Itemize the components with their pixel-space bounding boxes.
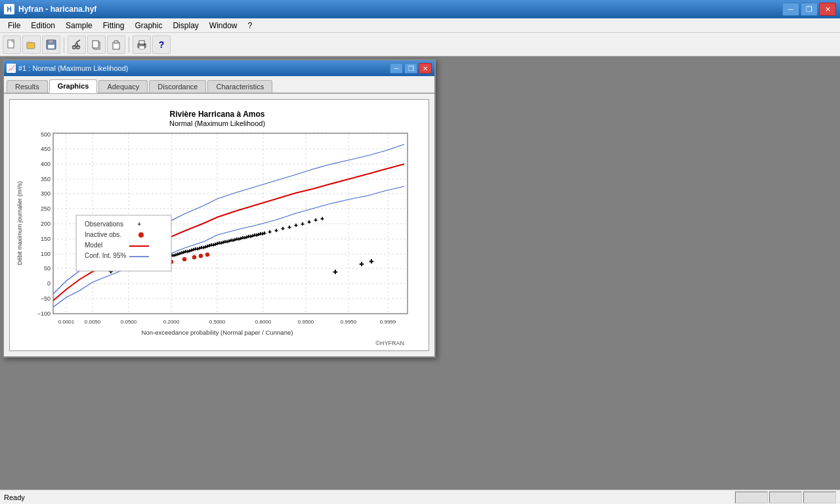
svg-point-120 — [192, 255, 196, 259]
y-label-400: 400 — [41, 161, 51, 167]
svg-text:+: + — [288, 224, 291, 230]
svg-rect-5 — [48, 45, 54, 49]
sub-restore-button[interactable]: ❐ — [404, 63, 417, 74]
svg-text:+: + — [268, 229, 272, 235]
legend-inactive-label: Inactive obs. — [85, 231, 121, 238]
app-icon: H — [4, 4, 14, 14]
svg-text:+: + — [301, 221, 304, 227]
status-panel-2 — [769, 492, 802, 503]
y-label-500: 500 — [41, 131, 51, 138]
close-button[interactable]: ✕ — [819, 3, 836, 16]
legend-model-label: Model — [85, 242, 102, 249]
svg-rect-14 — [114, 41, 118, 43]
new-button[interactable] — [3, 35, 21, 54]
menu-edition[interactable]: Edition — [26, 18, 60, 32]
sub-window: 📈 #1 : Normal (Maximum Likelihood) ─ ❐ ✕… — [3, 59, 436, 358]
y-label-0: 0 — [47, 280, 51, 287]
svg-rect-17 — [139, 46, 144, 49]
x-label-005: 0.0050 — [85, 319, 101, 325]
title-bar: H Hyfran - haricana.hyf ─ ❐ ✕ — [0, 0, 840, 18]
status-bar: Ready — [0, 490, 840, 504]
status-panel-1 — [735, 492, 768, 503]
chart-box: Rivière Harricana à Amos Normal (Maximum… — [9, 99, 429, 351]
menu-bar: File Edition Sample Fitting Graphic Disp… — [0, 18, 840, 33]
tab-characteristics[interactable]: Characteristics — [207, 80, 272, 93]
y-label-300: 300 — [41, 190, 51, 197]
svg-rect-12 — [93, 41, 98, 48]
tab-discordance[interactable]: Discordance — [149, 80, 206, 93]
menu-fitting[interactable]: Fitting — [98, 18, 130, 32]
svg-rect-16 — [139, 41, 144, 44]
y-label-450: 450 — [41, 146, 51, 152]
paste-button[interactable] — [107, 35, 125, 54]
cut-button[interactable] — [68, 35, 86, 54]
y-label-minus100: −100 — [37, 310, 51, 317]
x-label-8: 0.8000 — [255, 319, 272, 325]
main-chart: Rivière Harricana à Amos Normal (Maximum… — [14, 104, 421, 346]
sub-minimize-button[interactable]: ─ — [390, 63, 403, 74]
svg-text:+: + — [314, 217, 318, 223]
sub-title-controls: ─ ❐ ✕ — [390, 63, 432, 74]
menu-display[interactable]: Display — [167, 18, 203, 32]
menu-file[interactable]: File — [3, 18, 26, 32]
legend-conf-label: Conf. Int. 95% — [85, 252, 126, 259]
restore-button[interactable]: ❐ — [801, 3, 818, 16]
x-label-95: 0.9500 — [298, 319, 314, 325]
status-panel-3 — [803, 492, 836, 503]
copyright: ©HYFRAN — [375, 340, 404, 346]
sub-close-button[interactable]: ✕ — [419, 63, 432, 74]
sub-window-title: #1 : Normal (Maximum Likelihood) — [18, 64, 129, 72]
menu-window[interactable]: Window — [204, 18, 243, 32]
x-label-9999: 0.9999 — [380, 319, 396, 325]
svg-text:+: + — [282, 226, 285, 232]
x-label-995: 0.9950 — [341, 319, 357, 325]
svg-rect-1 — [27, 43, 35, 49]
legend-obs-symbol: + — [137, 220, 141, 228]
svg-point-121 — [199, 254, 203, 258]
print-button[interactable] — [133, 35, 151, 54]
toolbar: ? — [0, 33, 840, 56]
svg-text:+: + — [275, 228, 278, 234]
open-button[interactable] — [22, 35, 41, 54]
tab-adequacy[interactable]: Adequacy — [98, 80, 148, 93]
main-area: 📈 #1 : Normal (Maximum Likelihood) ─ ❐ ✕… — [0, 56, 840, 504]
toolbar-separator-1 — [64, 37, 64, 52]
help-button[interactable]: ? — [152, 35, 171, 54]
chart-title-2: Normal (Maximum Likelihood) — [169, 119, 265, 127]
save-button[interactable] — [42, 35, 60, 54]
title-bar-left: H Hyfran - haricana.hyf — [4, 4, 96, 14]
svg-line-10 — [77, 40, 80, 42]
svg-point-18 — [144, 44, 145, 45]
svg-point-119 — [182, 257, 186, 261]
svg-text:+: + — [295, 222, 298, 228]
title-bar-controls: ─ ❐ ✕ — [782, 3, 836, 16]
y-label-200: 200 — [41, 220, 51, 227]
minimize-button[interactable]: ─ — [782, 3, 799, 16]
tabs-bar: Results Graphics Adequacy Discordance Ch… — [4, 76, 434, 94]
y-label-minus50: −50 — [41, 295, 51, 302]
svg-text:+: + — [369, 257, 373, 265]
y-label-150: 150 — [41, 236, 51, 242]
x-label-2: 0.2000 — [163, 319, 180, 325]
sub-window-title-bar: 📈 #1 : Normal (Maximum Likelihood) ─ ❐ ✕ — [4, 60, 434, 76]
status-text: Ready — [4, 494, 25, 501]
y-label-250: 250 — [41, 205, 51, 212]
tab-results[interactable]: Results — [7, 80, 48, 93]
y-label-350: 350 — [41, 176, 51, 182]
app-title: Hyfran - haricana.hyf — [18, 5, 96, 14]
legend-inactive-symbol — [138, 232, 144, 238]
tab-graphics[interactable]: Graphics — [49, 79, 98, 93]
legend-obs-label: Observations — [85, 220, 123, 228]
svg-text:+: + — [360, 260, 364, 268]
menu-help[interactable]: ? — [243, 18, 258, 32]
svg-rect-2 — [27, 42, 31, 43]
toolbar-separator-2 — [129, 37, 129, 52]
chart-container: Rivière Harricana à Amos Normal (Maximum… — [4, 94, 434, 356]
svg-text:+: + — [263, 230, 266, 236]
status-panels — [735, 492, 836, 503]
copy-button[interactable] — [87, 35, 106, 54]
menu-sample[interactable]: Sample — [60, 18, 98, 32]
menu-graphic[interactable]: Graphic — [129, 18, 167, 32]
x-label-5: 0.5000 — [209, 319, 226, 325]
sub-title-left: 📈 #1 : Normal (Maximum Likelihood) — [7, 64, 129, 73]
